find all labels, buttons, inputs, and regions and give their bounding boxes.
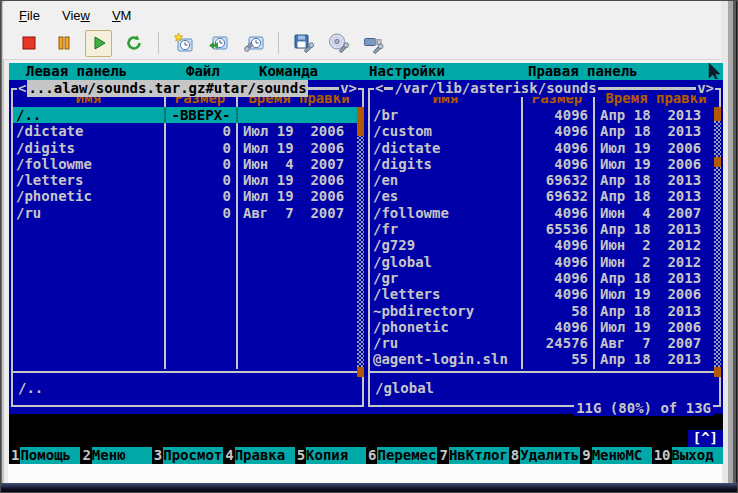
file-name: /br — [370, 107, 521, 123]
menu-label-post: ile — [27, 8, 40, 23]
file-row[interactable]: /fr65536Апр 18 2013 — [370, 221, 719, 237]
reset-icon — [125, 34, 143, 52]
revert-snapshot-button[interactable] — [205, 30, 232, 57]
fkey-label: НвКтлог — [449, 447, 509, 464]
menu-accesskey: F — [19, 8, 27, 23]
frame-dash — [308, 80, 340, 97]
file-mtime: Июл 19 2006 — [236, 188, 362, 204]
fkey-9[interactable]: 9МенюМС — [580, 447, 651, 464]
file-row[interactable]: /digits4096Июл 19 2006 — [370, 156, 719, 172]
mc-menu-item-2[interactable]: Команда — [259, 63, 318, 80]
fkey-3[interactable]: 3Просмот — [152, 447, 223, 464]
panel-scroll-indicator[interactable]: [^] — [688, 430, 723, 447]
file-list: /br4096Апр 18 2013/custom4096Апр 18 2013… — [370, 107, 719, 369]
function-key-bar: 1Помощь2Меню3Просмот4Правка5Копия6Переме… — [9, 447, 723, 464]
mc-menu-item-3[interactable]: Настройки — [369, 63, 445, 80]
menu-label-pre: Vie — [62, 8, 81, 23]
panel-history-dropdown-icon[interactable]: v> — [339, 80, 358, 97]
fkey-number: 3 — [152, 447, 163, 464]
suspend-button[interactable] — [50, 30, 77, 57]
window-frame-right — [721, 1, 737, 483]
file-row[interactable]: /digits0Июл 19 2006 — [13, 140, 362, 156]
file-list: /..-ВВЕРХ-/dictate0Июл 19 2006/digits0Ию… — [13, 107, 362, 369]
fkey-8[interactable]: 8Удалить — [509, 447, 580, 464]
fkey-2[interactable]: 2Меню — [80, 447, 151, 464]
take-snapshot-button[interactable] — [170, 30, 197, 57]
fkey-number: 8 — [509, 447, 520, 464]
file-row[interactable]: /en69632Апр 18 2013 — [370, 172, 719, 188]
panel-path[interactable]: /var/lib/asterisk/sounds — [393, 80, 597, 97]
mc-menu-item-4[interactable]: Правая панель — [528, 63, 638, 80]
file-row[interactable]: /letters4096Июл 19 2006 — [370, 286, 719, 302]
file-row[interactable]: @agent-login.sln55Апр 18 2013 — [370, 351, 719, 367]
file-name: /phonetic — [13, 188, 164, 204]
mc-menu-item-1[interactable]: Файл — [186, 63, 220, 80]
fkey-4[interactable]: 4Правка — [223, 447, 294, 464]
file-mtime: Апр 18 2013 — [593, 107, 719, 123]
file-row[interactable]: /es69632Апр 18 2013 — [370, 188, 719, 204]
file-row[interactable]: /custom4096Апр 18 2013 — [370, 123, 719, 139]
selected-file-info: /.. — [18, 380, 43, 396]
file-row[interactable]: /followme4096Июн 4 2007 — [370, 205, 719, 221]
fkey-6[interactable]: 6Перемес — [366, 447, 437, 464]
fkey-7[interactable]: 7НвКтлог — [437, 447, 508, 464]
reset-button[interactable] — [120, 30, 147, 57]
power-off-button[interactable] — [15, 30, 42, 57]
file-row[interactable]: /g7294096Июн 2 2012 — [370, 237, 719, 253]
power-on-button[interactable] — [85, 30, 112, 57]
file-mtime: Июн 4 2007 — [236, 156, 362, 172]
file-row[interactable]: /letters0Июл 19 2006 — [13, 172, 362, 188]
menu-view[interactable]: View — [62, 8, 90, 23]
file-mtime: Июл 19 2006 — [593, 140, 719, 156]
window-client-area — [8, 464, 722, 485]
usb-settings-button[interactable] — [360, 30, 387, 57]
mc-menu-bar: Левая панельФайлКомандаНастройкиПравая п… — [9, 63, 723, 80]
file-row[interactable]: /..-ВВЕРХ- — [13, 107, 362, 123]
panel-history-back-icon[interactable]: < — [17, 80, 27, 97]
file-row[interactable]: /br4096Апр 18 2013 — [370, 107, 719, 123]
file-row[interactable]: ~pbdirectory58Апр 18 2013 — [370, 303, 719, 319]
panel-history-back-icon[interactable]: < — [374, 80, 384, 97]
panel-history-dropdown-icon[interactable]: v> — [696, 80, 715, 97]
panel-path[interactable]: ...alaw/sounds.tar.gz#utar/sounds — [27, 80, 307, 97]
file-mtime: Авг 7 2007 — [593, 335, 719, 351]
scrollbar-marker — [714, 157, 721, 167]
panel-scrollbar[interactable] — [714, 107, 721, 369]
scrollbar-thumb[interactable] — [357, 107, 364, 136]
file-row[interactable]: /phonetic0Июл 19 2006 — [13, 188, 362, 204]
file-row[interactable]: /phonetic4096Июл 19 2006 — [370, 319, 719, 335]
fkey-number: 1 — [9, 447, 20, 464]
file-mtime: Июл 19 2006 — [236, 140, 362, 156]
cd-settings-button[interactable] — [325, 30, 352, 57]
snapshot-manager-button[interactable] — [240, 30, 267, 57]
fkey-number: 2 — [80, 447, 91, 464]
file-row[interactable]: /dictate4096Июл 19 2006 — [370, 140, 719, 156]
file-row[interactable]: /gr4096Апр 18 2013 — [370, 270, 719, 286]
fkey-10[interactable]: 10Выход — [652, 447, 723, 464]
scrollbar-marker — [357, 367, 364, 377]
mc-menu-item-0[interactable]: Левая панель — [26, 63, 127, 80]
menu-vm[interactable]: VM — [112, 8, 132, 23]
left-panel: <...alaw/sounds.tar.gz#utar/soundsv>ИмяР… — [9, 80, 366, 407]
scrollbar-thumb[interactable] — [714, 107, 721, 121]
file-row[interactable]: /ru0Авг 7 2007 — [13, 205, 362, 221]
menu-file[interactable]: File — [19, 8, 40, 23]
command-line[interactable]: [root@asterisk tmp]# _ [^] — [9, 430, 723, 447]
file-mtime: Июл 19 2006 — [593, 286, 719, 302]
file-size: 4096 — [521, 140, 593, 156]
disk-usage-label: 11G (80%) of 13G — [574, 400, 713, 416]
snapshot-revert-icon — [208, 32, 230, 54]
window-frame-left — [1, 1, 9, 483]
floppy-settings-button[interactable] — [290, 30, 317, 57]
snapshot-manager-icon — [243, 32, 265, 54]
file-row[interactable]: /global4096Июн 2 2012 — [370, 254, 719, 270]
file-mtime: Авг 7 2007 — [236, 205, 362, 221]
file-mtime: Апр 18 2013 — [593, 188, 719, 204]
file-row[interactable]: /ru24576Авг 7 2007 — [370, 335, 719, 351]
fkey-1[interactable]: 1Помощь — [9, 447, 80, 464]
panel-scrollbar[interactable] — [357, 107, 364, 369]
file-mtime — [236, 107, 362, 123]
fkey-5[interactable]: 5Копия — [295, 447, 366, 464]
file-row[interactable]: /dictate0Июл 19 2006 — [13, 123, 362, 139]
file-row[interactable]: /followme0Июн 4 2007 — [13, 156, 362, 172]
